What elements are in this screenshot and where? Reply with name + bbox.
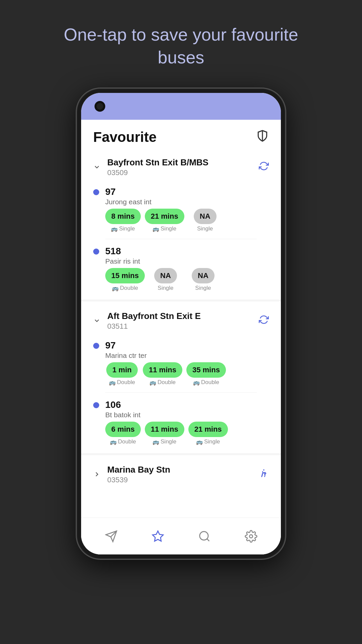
chip-2: 11 mins 🚌 Double [143,362,182,386]
bus-type-icon: 🚌 [196,439,203,445]
chip-bubble: 11 mins [145,422,184,437]
shield-icon[interactable] [256,129,269,145]
settings-icon [245,530,257,543]
bus-type-icon: 🚌 [193,379,200,386]
chip-1: 8 mins 🚌 Single [105,209,141,232]
screen-content: Favourite [81,120,281,554]
bus-type-icon: 🚌 [110,439,117,445]
bus-info-106: 106 Bt batok int 6 mins 🚌 Double [105,399,269,445]
chip-label: Single [195,285,211,291]
stop-header-2[interactable]: Aft Bayfront Stn Exit E 03511 [81,304,281,335]
chevron-right-icon-3[interactable] [93,471,101,479]
chip-3: NA Single [186,268,220,291]
divider [105,392,257,393]
bus-type-icon: 🚌 [153,226,159,232]
bus-type-icon: 🚌 [153,439,159,445]
stop-code-2: 03511 [107,322,201,331]
bus-line-indicator [93,246,99,255]
refresh-icon-1[interactable] [259,161,269,173]
chip-3: 35 mins 🚌 Double [186,362,226,386]
stop-info-3: Marina Bay Stn 03539 [107,465,170,484]
arrival-chips-97-1: 8 mins 🚌 Single 21 mins 🚌 Single [105,209,269,232]
bus-type-icon: 🚌 [149,379,156,386]
nav-item-search[interactable] [198,530,211,543]
stop-name-3: Marina Bay Stn [107,465,170,475]
scroll-area[interactable]: Bayfront Stn Exit B/MBS 03509 [81,151,281,518]
bus-info-97-1: 97 Jurong east int 8 mins 🚌 Single [105,186,269,232]
refresh-icon-2[interactable] [259,315,269,327]
bus-line-indicator [93,186,99,195]
bus-list-1: 97 Jurong east int 8 mins 🚌 Single [81,181,281,297]
stop-header-1[interactable]: Bayfront Stn Exit B/MBS 03509 [81,151,281,181]
nav-item-settings[interactable] [245,530,257,543]
chip-bubble: 15 mins [105,268,145,283]
chevron-down-icon-2[interactable] [93,317,101,325]
camera-lens [97,103,103,110]
chip-bubble: NA [154,268,177,283]
svg-point-5 [199,531,208,540]
app-header: Favourite [81,120,281,151]
bus-row-106: 106 Bt batok int 6 mins 🚌 Double [93,394,269,450]
walk-icon-3[interactable] [259,468,269,481]
svg-marker-4 [153,531,163,541]
bus-dot [93,343,99,349]
bus-dest: Pasir ris int [105,257,269,265]
phone-device: Favourite [77,89,285,558]
stop-info-1: Bayfront Stn Exit B/MBS 03509 [107,157,208,177]
status-bar [81,93,281,120]
chevron-down-icon-1[interactable] [93,163,101,171]
arrival-chips-106: 6 mins 🚌 Double 11 mins 🚌 Single [105,422,269,445]
arrival-chips-97-2: 1 min 🚌 Double 11 mins 🚌 Double [105,362,269,386]
chip-2: 21 mins 🚌 Single [145,209,184,232]
stop-header-left-1: Bayfront Stn Exit B/MBS 03509 [93,157,208,177]
camera-hole [95,101,105,112]
bus-dest: Jurong east int [105,198,269,206]
svg-point-1 [263,469,264,471]
chip-label: 🚌 Single [196,438,220,445]
chip-3: NA Single [188,209,222,232]
nav-item-nearby[interactable] [105,530,118,543]
chip-bubble: 1 min [106,362,137,378]
chip-label: 🚌 Single [153,225,176,232]
chip-bubble: NA [192,268,215,283]
bus-type-icon: 🚌 [111,226,118,232]
stop-code-1: 03509 [107,168,208,177]
section-divider-2 [81,453,281,455]
bus-info-97-2: 97 Marina ctr ter 1 min 🚌 Double [105,340,269,386]
chip-label: Single [197,225,213,232]
chip-label: 🚌 Single [111,225,135,232]
stop-section-1: Bayfront Stn Exit B/MBS 03509 [81,151,281,297]
bus-number: 97 [105,186,269,197]
bus-dest: Marina ctr ter [105,352,269,360]
chip-bubble: 8 mins [105,209,141,224]
bus-number: 518 [105,246,269,257]
chip-1: 1 min 🚌 Double [105,362,139,386]
chip-label: Single [158,285,173,291]
hero-title: One-tap to save your favourite buses [64,23,298,69]
phone-screen: Favourite [81,93,281,554]
chip-label: 🚌 Double [149,379,176,386]
chip-label: 🚌 Double [110,438,136,445]
favourite-icon [152,530,164,543]
chip-bubble: 21 mins [188,422,228,437]
stop-header-3[interactable]: Marina Bay Stn 03539 [81,458,281,488]
stop-name-1: Bayfront Stn Exit B/MBS [107,157,208,168]
nearby-icon [105,530,118,543]
chip-1: 6 mins 🚌 Double [105,422,141,445]
stop-section-2: Aft Bayfront Stn Exit E 03511 [81,304,281,450]
stop-section-3: Marina Bay Stn 03539 [81,458,281,488]
stop-header-left-3: Marina Bay Stn 03539 [93,465,170,484]
bus-number: 106 [105,399,269,410]
chip-2: 11 mins 🚌 Single [145,422,184,445]
bus-dot [93,249,99,255]
bus-dot [93,402,99,408]
svg-line-6 [207,539,209,541]
app-title: Favourite [93,129,157,145]
bus-dot [93,189,99,195]
bus-row-97-1: 97 Jurong east int 8 mins 🚌 Single [93,181,269,237]
bus-type-icon: 🚌 [112,285,119,291]
chip-bubble: 6 mins [105,422,141,437]
nav-item-favourite[interactable] [152,530,164,543]
bus-line-indicator [93,399,99,408]
bus-number: 97 [105,340,269,351]
